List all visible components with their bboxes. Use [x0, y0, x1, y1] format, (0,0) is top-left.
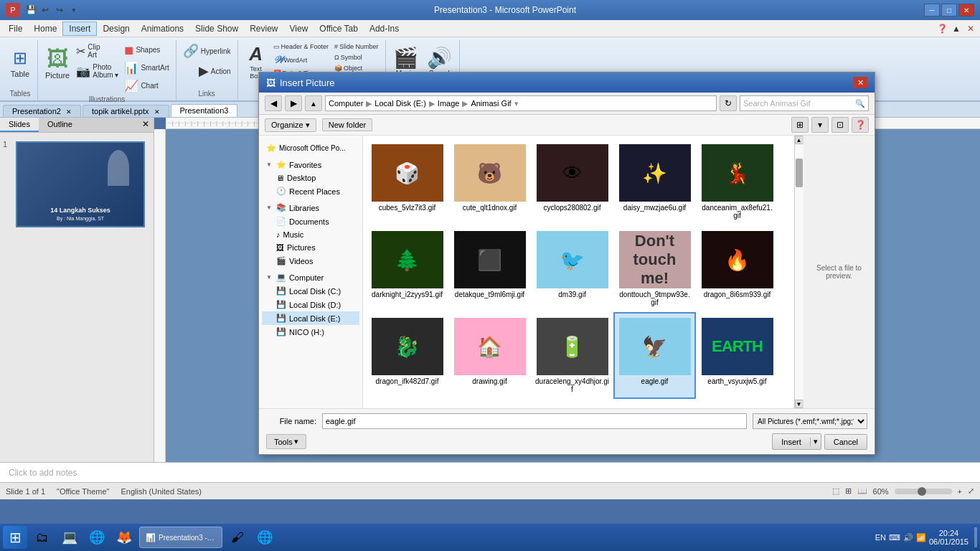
file-item-dura[interactable]: 🔋 duraceleng_xy4dhjor.gif	[531, 312, 613, 399]
tools-button[interactable]: Tools ▾	[266, 434, 306, 449]
menu-review[interactable]: Review	[244, 22, 283, 35]
bc-animasi-gif[interactable]: Animasi Gif	[471, 99, 511, 108]
view-list-button[interactable]: ▾	[811, 117, 829, 133]
nav-local-c[interactable]: 💾 Local Disk (C:)	[262, 284, 359, 298]
menu-slideshow[interactable]: Slide Show	[189, 22, 244, 35]
table-button[interactable]: ⊞ Table	[7, 42, 33, 85]
taskbar-explorer[interactable]: 🗂	[30, 526, 55, 549]
menu-design[interactable]: Design	[97, 22, 135, 35]
nav-nico[interactable]: 💾 NICO (H:)	[262, 325, 359, 339]
cancel-button[interactable]: Cancel	[824, 434, 867, 450]
slides-tab[interactable]: Slides	[0, 118, 39, 132]
ribbon-min-btn[interactable]: ▲	[950, 22, 963, 35]
file-item-earth[interactable]: EARTH earth_vsyuxjw5.gif	[696, 312, 778, 399]
header-footer-button[interactable]: ▭ Header & Footer	[271, 42, 331, 52]
menu-view[interactable]: View	[284, 22, 314, 35]
tab-presentation2[interactable]: Presentation2 ✕	[3, 105, 81, 117]
file-item-cyclops[interactable]: 👁 cyclops280802.gif	[531, 138, 613, 225]
bc-image[interactable]: Image	[438, 99, 460, 108]
up-button[interactable]: ▲	[305, 95, 322, 111]
search-icon[interactable]: 🔍	[855, 99, 865, 108]
ribbon-help-btn[interactable]: ❓	[936, 22, 948, 35]
view-slide-sorter-btn[interactable]: ⊞	[845, 486, 852, 496]
ribbon-close-btn[interactable]: ✕	[964, 22, 977, 35]
taskbar-firefox[interactable]: 🦊	[112, 526, 136, 549]
close-btn[interactable]: ✕	[958, 4, 974, 17]
nav-documents[interactable]: 📄 Documents	[262, 215, 359, 228]
zoom-in-btn[interactable]: +	[958, 487, 962, 496]
view-icons-button[interactable]: ⊞	[791, 117, 809, 133]
notes-bar[interactable]: Click to add notes	[0, 462, 980, 482]
menu-animations[interactable]: Animations	[136, 22, 189, 35]
search-box[interactable]: Search Animasi Gif 🔍	[740, 95, 869, 111]
nav-computer-header[interactable]: ▼ 💻 Computer	[262, 270, 359, 284]
organize-button[interactable]: Organize ▾	[265, 118, 316, 132]
scroll-thumb[interactable]	[796, 159, 803, 187]
file-item-detakque[interactable]: ⬛ detakque_t9ml6mji.gif	[448, 225, 531, 312]
zoom-slider[interactable]	[895, 489, 952, 494]
file-item-dm39[interactable]: 🐦 dm39.gif	[531, 225, 613, 312]
vertical-scrollbar[interactable]: ▲ ▼	[794, 136, 803, 408]
file-item-drawing[interactable]: 🏠 drawing.gif	[448, 312, 531, 399]
new-folder-button[interactable]: New folder	[322, 118, 373, 131]
refresh-button[interactable]: ↻	[720, 95, 737, 111]
tab-close-topik[interactable]: ✕	[154, 108, 160, 116]
nav-office-item[interactable]: ⭐ Microsoft Office Po...	[262, 141, 359, 155]
file-item-dragonifk[interactable]: 🐉 dragon_ifk482d7.gif	[366, 312, 448, 399]
file-item-cute[interactable]: 🐻 cute_qlt1dnox.gif	[448, 138, 531, 225]
chart-button[interactable]: 📈 Chart	[122, 77, 171, 94]
insert-arrow-icon[interactable]: ▾	[811, 437, 821, 446]
undo-btn[interactable]: ↩	[39, 4, 52, 17]
nav-libraries-header[interactable]: ▼ 📚 Libraries	[262, 201, 359, 215]
symbol-button[interactable]: Ω Symbol	[332, 52, 381, 62]
nav-desktop[interactable]: 🖥 Desktop	[262, 171, 359, 184]
nav-videos[interactable]: 🎬 Videos	[262, 254, 359, 268]
bc-localdisk-e[interactable]: Local Disk (E:)	[374, 99, 426, 108]
shapes-button[interactable]: ◼ Shapes	[122, 42, 171, 58]
clipart-button[interactable]: ✂ ClipArt	[74, 42, 121, 60]
hyperlink-button[interactable]: 🔗 Hyperlink	[181, 42, 233, 60]
menu-insert[interactable]: Insert	[62, 22, 97, 36]
speaker-icon[interactable]: 🔊	[903, 533, 913, 542]
nav-pictures[interactable]: 🖼 Pictures	[262, 241, 359, 254]
scroll-up-btn[interactable]: ▲	[795, 136, 804, 144]
nav-favorites-header[interactable]: ▼ ⭐ Favorites	[262, 158, 359, 171]
filename-input[interactable]	[322, 413, 747, 429]
view-details-button[interactable]: ⊡	[831, 117, 849, 133]
file-item-daisy[interactable]: ✨ daisy_mwzjae6u.gif	[613, 138, 696, 225]
file-item-darknight[interactable]: 🌲 darknight_i2zyys91.gif	[366, 225, 448, 312]
photoalbum-button[interactable]: 📷 PhotoAlbum ▾	[74, 62, 121, 80]
menu-officetab[interactable]: Office Tab	[314, 22, 364, 35]
bc-computer[interactable]: Computer	[329, 99, 363, 108]
file-item-dance[interactable]: 💃 danceanim_ax8efu21.gif	[696, 138, 778, 225]
picture-button[interactable]: 🖼 Picture	[42, 42, 72, 85]
close-panel-btn[interactable]: ✕	[138, 118, 154, 132]
nav-local-e[interactable]: 💾 Local Disk (E:)	[262, 311, 359, 325]
save-btn[interactable]: 💾	[24, 4, 37, 17]
action-button[interactable]: ▶ Action	[197, 62, 233, 80]
taskbar-ie[interactable]: 🌐	[85, 526, 109, 549]
smartart-button[interactable]: 📊 SmartArt	[122, 60, 171, 76]
taskbar-browser2[interactable]: 🌐	[253, 526, 277, 549]
view-reading-btn[interactable]: 📖	[857, 486, 867, 496]
maximize-btn[interactable]: □	[941, 4, 957, 17]
fullscreen-btn[interactable]: ⤢	[968, 486, 974, 496]
slide-thumbnail-1[interactable]: 14 Langkah SuksesBy : Nia Manggia, ST	[16, 141, 145, 227]
outline-tab[interactable]: Outline	[39, 118, 81, 132]
redo-btn[interactable]: ↪	[53, 4, 66, 17]
menu-addins[interactable]: Add-Ins	[364, 22, 405, 35]
taskbar-computer[interactable]: 💻	[57, 526, 82, 549]
tab-topik-artikel[interactable]: topik artikel.pptx ✕	[83, 105, 169, 117]
nav-recent-places[interactable]: 🕐 Recent Places	[262, 184, 359, 198]
nav-music[interactable]: ♪ Music	[262, 228, 359, 241]
wordart-button[interactable]: 𝒲 WordArt	[271, 52, 331, 67]
view-normal-btn[interactable]: ⬚	[832, 486, 839, 496]
filetype-select[interactable]: All Pictures (*.emf;*.wmf;*.jpg;*	[753, 413, 867, 429]
file-item-eagle[interactable]: 🦅 eagle.gif	[613, 312, 696, 399]
insert-button[interactable]: Insert ▾	[772, 433, 821, 450]
qat-more-btn[interactable]: ▼	[67, 4, 80, 17]
file-item-dragon8[interactable]: 🔥 dragon_8i6sm939.gif	[696, 225, 778, 312]
help-button[interactable]: ❓	[852, 117, 869, 133]
back-button[interactable]: ◀	[265, 95, 282, 111]
slidenumber-button[interactable]: # Slide Number	[332, 42, 381, 52]
